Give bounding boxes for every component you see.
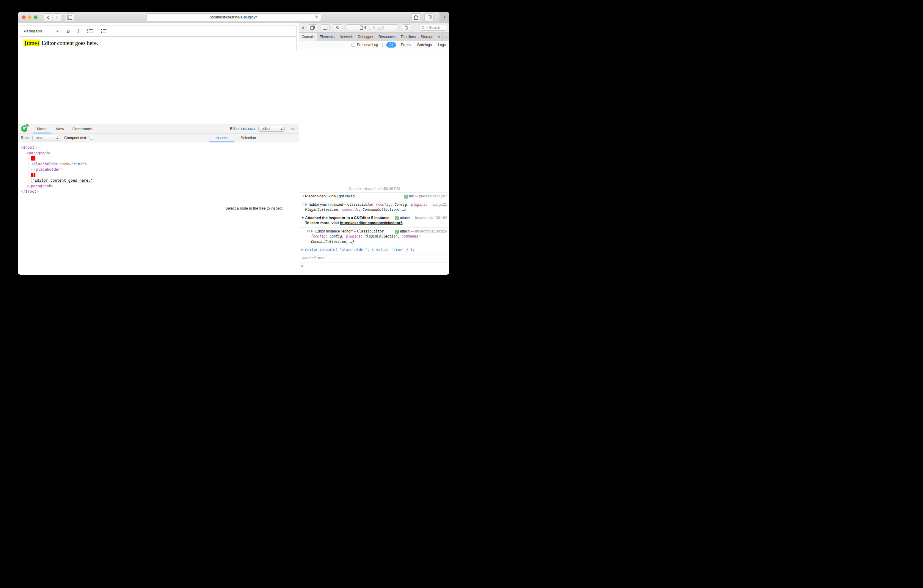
tab-commands[interactable]: Commands bbox=[68, 124, 96, 133]
model-tree[interactable]: <$root> <paragraph> [ <placeholder name=… bbox=[18, 142, 209, 274]
devtools-tab-console[interactable]: Console bbox=[299, 33, 317, 41]
bold-button[interactable]: B bbox=[67, 28, 70, 34]
root-select[interactable]: main bbox=[33, 135, 60, 141]
search-placeholder: Search bbox=[429, 26, 440, 30]
editor-content-area[interactable]: {time} Editor content goes here. bbox=[19, 36, 296, 51]
console-message-nested[interactable]: fattach — inspector.js:133:326 Editor in… bbox=[299, 227, 449, 246]
share-button[interactable] bbox=[412, 13, 421, 21]
tab-model[interactable]: Model bbox=[33, 124, 51, 133]
chevron-down-icon bbox=[56, 30, 59, 32]
result-arrow-icon bbox=[302, 257, 305, 260]
detach-inspector-button[interactable] bbox=[308, 25, 317, 31]
placeholder-token[interactable]: {time} bbox=[23, 39, 40, 46]
ckeditor-inspector: 5 Model View Commands Editor instance: e… bbox=[18, 124, 299, 274]
logo-version-badge: 5 bbox=[25, 124, 29, 128]
italic-button[interactable]: I bbox=[77, 28, 79, 34]
collapse-inspector-icon[interactable] bbox=[290, 128, 295, 130]
numbered-list-button[interactable]: 1 2 bbox=[87, 29, 93, 33]
window-content: Paragraph B I 1 2 bbox=[18, 23, 449, 274]
tree-line-selection-end[interactable]: ] bbox=[21, 172, 209, 178]
zoom-window-button[interactable] bbox=[34, 15, 38, 19]
message-source-link[interactable]: fattach — inspector.js:133:182 bbox=[395, 215, 447, 220]
back-button[interactable] bbox=[44, 13, 52, 21]
tree-controls: Root: main Compact text: bbox=[18, 133, 209, 142]
dock-bottom-button[interactable] bbox=[320, 25, 330, 31]
element-picker-button[interactable] bbox=[402, 25, 411, 31]
filter-warnings[interactable]: Warnings bbox=[417, 43, 432, 47]
new-tab-button[interactable]: + bbox=[440, 12, 449, 23]
function-badge-icon: f bbox=[395, 217, 399, 220]
sidebar-icon bbox=[67, 15, 72, 20]
devtools-tab-elements[interactable]: Elements bbox=[317, 33, 337, 41]
editor-instance-select[interactable]: editor bbox=[258, 126, 284, 132]
error-octagon-icon bbox=[368, 26, 372, 30]
preserve-log-checkbox[interactable] bbox=[351, 43, 355, 47]
ckeditor-logo: 5 bbox=[21, 125, 28, 133]
tab-selection[interactable]: Selection bbox=[234, 133, 262, 142]
search-icon bbox=[422, 26, 425, 30]
tree-line-text-node[interactable]: "Editor content goes here." bbox=[21, 178, 209, 184]
console-result[interactable]: undefined bbox=[299, 254, 449, 263]
page-resources-badge: 4 bbox=[360, 26, 366, 30]
tree-line[interactable]: </paragraph> bbox=[21, 184, 209, 189]
disclosure-collapsed-icon[interactable] bbox=[311, 230, 313, 232]
message-source-link[interactable]: fattach — inspector.js:133:326 bbox=[395, 229, 447, 234]
tab-inspect[interactable]: Inspect bbox=[209, 133, 234, 142]
forward-button[interactable] bbox=[53, 13, 61, 21]
select-arrows-icon bbox=[281, 127, 283, 130]
console-pane[interactable]: Console cleared at 4:53:46 PM finit — pl… bbox=[299, 49, 449, 274]
console-message[interactable]: app.js:21 Editor was initialized – Class… bbox=[299, 200, 449, 214]
filter-logs[interactable]: Logs bbox=[438, 43, 446, 47]
minimize-window-button[interactable] bbox=[28, 15, 31, 19]
tree-line[interactable]: <placeholder name="time"> bbox=[21, 161, 209, 167]
close-window-button[interactable] bbox=[22, 15, 26, 19]
chevron-down-icon bbox=[426, 27, 428, 28]
message-source-link[interactable]: finit — placeholderui.js:7 bbox=[404, 194, 447, 199]
devtools-tab-network[interactable]: Network bbox=[337, 33, 355, 41]
heading-dropdown-label: Paragraph bbox=[24, 29, 42, 33]
message-source-link[interactable]: app.js:21 bbox=[432, 202, 447, 207]
devtools-tab-storage[interactable]: Storage bbox=[419, 33, 436, 41]
console-message[interactable]: finit — placeholderui.js:7 PlaceholderUI… bbox=[299, 192, 449, 200]
console-cleared-message: Console cleared at 4:53:46 PM bbox=[299, 186, 449, 192]
console-filter-bar: Preserve Log All Errors Warnings Logs bbox=[299, 41, 449, 49]
chevron-left-icon bbox=[47, 15, 49, 19]
heading-dropdown[interactable]: Paragraph bbox=[24, 29, 59, 33]
tree-line[interactable]: <paragraph> bbox=[21, 150, 209, 156]
crosshair-icon bbox=[404, 25, 409, 30]
reload-page-button[interactable]: ↻ bbox=[333, 25, 342, 31]
disclosure-collapsed-icon[interactable] bbox=[305, 203, 307, 206]
filter-errors[interactable]: Errors bbox=[401, 43, 411, 47]
sidebar-button[interactable] bbox=[65, 13, 74, 21]
console-message-expanded[interactable]: fattach — inspector.js:133:182 Attached … bbox=[299, 214, 449, 227]
reload-icon[interactable]: ↻ bbox=[315, 15, 319, 19]
executed-command: editor.execute( 'placeholder', { value: … bbox=[305, 248, 414, 252]
devtools-tab-resources[interactable]: Resources bbox=[376, 33, 398, 41]
add-tab-button[interactable]: + bbox=[443, 33, 449, 41]
bulleted-list-button[interactable] bbox=[101, 29, 107, 33]
tab-overflow-button[interactable]: » bbox=[436, 33, 443, 41]
log-stack-icon bbox=[302, 195, 304, 198]
tree-line[interactable]: </placeholder> bbox=[21, 167, 209, 172]
disclosure-expanded-icon[interactable] bbox=[302, 217, 304, 219]
compact-text-checkbox[interactable] bbox=[90, 136, 94, 140]
tab-view[interactable]: View bbox=[51, 124, 68, 133]
filter-all[interactable]: All bbox=[386, 42, 396, 48]
show-tabs-button[interactable] bbox=[424, 13, 434, 21]
url-text: localhost/creating-a-plugin2/ bbox=[210, 15, 256, 19]
warnings-badge: 0 bbox=[377, 26, 384, 30]
console-input-echo[interactable]: editor.execute( 'placeholder', { value: … bbox=[299, 246, 449, 254]
tree-line-selection-start[interactable]: [ bbox=[21, 156, 209, 161]
devtools-tab-timelines[interactable]: Timelines bbox=[398, 33, 419, 41]
tree-line[interactable]: <$root> bbox=[21, 145, 209, 150]
close-icon[interactable]: ✕ bbox=[302, 26, 305, 30]
address-bar[interactable]: localhost/creating-a-plugin2/ ↻ bbox=[146, 13, 321, 21]
console-input-line[interactable] bbox=[299, 262, 449, 274]
devtools-tab-debugger[interactable]: Debugger bbox=[355, 33, 376, 41]
issues-summary-button[interactable]: 4 0 0 bbox=[345, 25, 399, 31]
function-badge-icon: f bbox=[404, 195, 408, 199]
devtools-search-input[interactable]: Search bbox=[420, 25, 447, 31]
console-messages: Console cleared at 4:53:46 PM finit — pl… bbox=[299, 186, 449, 274]
tree-line[interactable]: </$root> bbox=[21, 189, 209, 194]
inspect-panel: Select a node in the tree to inspect bbox=[209, 142, 299, 274]
